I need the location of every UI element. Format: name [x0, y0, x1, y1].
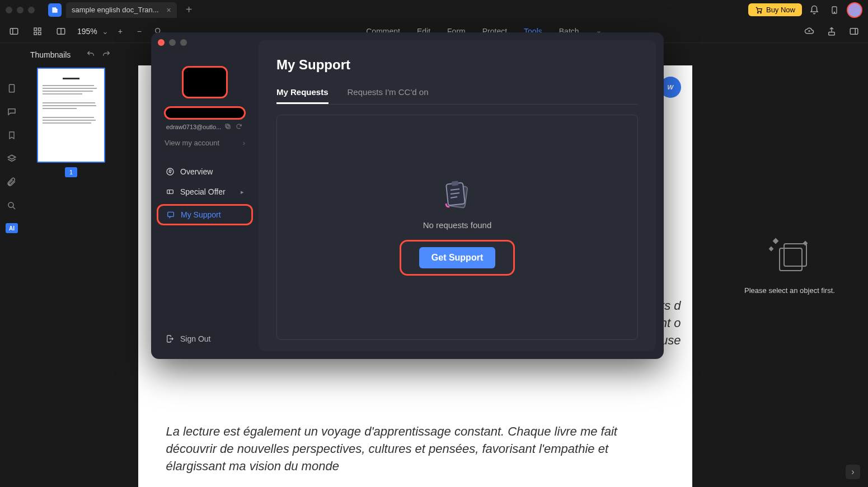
tab-my-requests[interactable]: My Requests	[276, 87, 329, 104]
tab-label: sample english doc_Tran...	[72, 6, 159, 14]
nav-special-offer[interactable]: Special Offer ▸	[156, 182, 254, 202]
cloud-upload-icon[interactable]	[802, 24, 817, 39]
page-thumbnail[interactable]	[37, 68, 105, 163]
nav-overview-label: Overview	[180, 167, 213, 176]
support-body: No requests found Get Support	[276, 115, 638, 340]
attachment-icon[interactable]	[6, 176, 18, 188]
svg-point-1	[761, 12, 762, 13]
redo-icon[interactable]	[102, 50, 112, 60]
svg-rect-27	[167, 190, 173, 194]
zoom-out-icon[interactable]: −	[132, 24, 147, 39]
svg-rect-24	[227, 125, 230, 129]
get-support-button[interactable]: Get Support	[419, 247, 495, 268]
no-requests-message: No requests found	[423, 220, 492, 230]
svg-rect-17	[10, 84, 15, 92]
nav-overview[interactable]: Overview	[156, 162, 254, 182]
clipboard-icon	[442, 179, 473, 210]
svg-rect-14	[829, 32, 835, 35]
doc-fragment-2: La lecture est également un voyage d'app…	[166, 423, 664, 475]
profile-avatar-redacted	[182, 66, 228, 98]
profile-email: edraw0713@outlo...	[166, 124, 222, 130]
page-number-badge: 1	[65, 167, 77, 177]
app-logo-icon	[48, 3, 62, 17]
chevron-right-icon: ›	[243, 139, 245, 147]
object-placeholder-icon	[767, 236, 812, 275]
svg-rect-4	[10, 28, 18, 34]
sign-out-button[interactable]: Sign Out	[156, 328, 254, 350]
support-tabs: My Requests Requests I'm CC'd on	[276, 87, 638, 105]
sign-out-icon	[166, 334, 175, 343]
nav-my-support[interactable]: My Support	[157, 204, 253, 225]
svg-rect-6	[34, 28, 37, 31]
new-tab-button[interactable]: +	[186, 3, 193, 16]
profile-name-redacted	[164, 106, 246, 120]
right-panel-message: Please select an object first.	[744, 286, 835, 295]
bell-icon[interactable]	[806, 2, 822, 18]
svg-rect-25	[226, 124, 229, 127]
ticket-icon	[166, 187, 175, 196]
chat-support-icon	[166, 210, 175, 219]
svg-rect-23	[784, 244, 806, 266]
grid-icon[interactable]	[30, 24, 45, 39]
window-traffic-lights[interactable]	[6, 7, 35, 13]
support-title: My Support	[276, 57, 638, 73]
zoom-value: 195%	[77, 27, 97, 36]
modal-content: My Support My Requests Requests I'm CC'd…	[259, 40, 656, 351]
thumbnails-title: Thumbnails	[30, 50, 81, 59]
zoom-in-icon[interactable]: +	[113, 24, 128, 39]
nav-special-offer-label: Special Offer	[180, 187, 226, 196]
page-icon[interactable]	[6, 82, 18, 94]
svg-point-18	[8, 202, 13, 207]
cart-icon	[755, 6, 763, 14]
svg-line-19	[13, 207, 15, 209]
svg-point-12	[155, 28, 159, 32]
svg-rect-22	[780, 248, 802, 271]
mobile-icon[interactable]	[827, 2, 842, 18]
svg-rect-8	[34, 32, 37, 35]
svg-rect-7	[39, 28, 41, 31]
thumbnails-panel: Thumbnails 1	[24, 43, 119, 487]
buy-now-button[interactable]: Buy Now	[748, 3, 802, 16]
refresh-icon[interactable]	[236, 123, 243, 131]
svg-point-26	[167, 168, 173, 175]
svg-point-3	[834, 12, 834, 12]
view-account-link[interactable]: View my account ›	[156, 136, 254, 149]
sign-out-label: Sign Out	[180, 334, 210, 343]
panel-left-icon[interactable]	[7, 24, 21, 39]
document-tab[interactable]: sample english doc_Tran... ×	[66, 2, 177, 18]
svg-rect-15	[850, 28, 858, 34]
compass-icon	[166, 167, 175, 176]
svg-point-0	[757, 12, 758, 13]
view-account-label: View my account	[165, 139, 219, 147]
title-bar: sample english doc_Tran... × + Buy Now	[0, 0, 868, 20]
user-avatar-button[interactable]	[847, 2, 862, 18]
nav-my-support-label: My Support	[181, 210, 221, 219]
expand-panel-icon[interactable]: ›	[846, 465, 860, 479]
svg-text:W: W	[667, 83, 674, 91]
share-icon[interactable]	[824, 24, 839, 39]
search-icon[interactable]	[6, 200, 18, 212]
svg-rect-29	[168, 212, 174, 216]
panel-split-icon[interactable]	[54, 24, 68, 39]
chevron-right-icon: ▸	[241, 188, 244, 196]
undo-icon[interactable]	[86, 50, 96, 60]
zoom-dropdown-icon[interactable]: ⌄	[102, 27, 109, 36]
copy-icon[interactable]	[224, 123, 232, 131]
bookmark-icon[interactable]	[6, 129, 18, 141]
comment-icon[interactable]	[6, 106, 18, 118]
left-rail: AI	[0, 43, 24, 487]
ai-icon[interactable]: AI	[6, 223, 18, 233]
close-tab-icon[interactable]: ×	[167, 6, 171, 15]
account-modal: ⌄ edraw0713@outlo... View my account › O…	[151, 32, 664, 359]
svg-rect-31	[446, 183, 465, 206]
svg-rect-32	[452, 181, 459, 186]
get-support-highlight: Get Support	[400, 240, 515, 276]
panel-right-icon[interactable]	[847, 24, 861, 39]
svg-rect-9	[39, 32, 41, 35]
right-panel: Please select an object first.	[711, 43, 868, 487]
buy-now-label: Buy Now	[766, 6, 795, 14]
modal-sidebar: edraw0713@outlo... View my account › Ove…	[151, 32, 259, 359]
tab-cc-requests[interactable]: Requests I'm CC'd on	[348, 87, 429, 104]
layers-icon[interactable]	[6, 153, 18, 165]
